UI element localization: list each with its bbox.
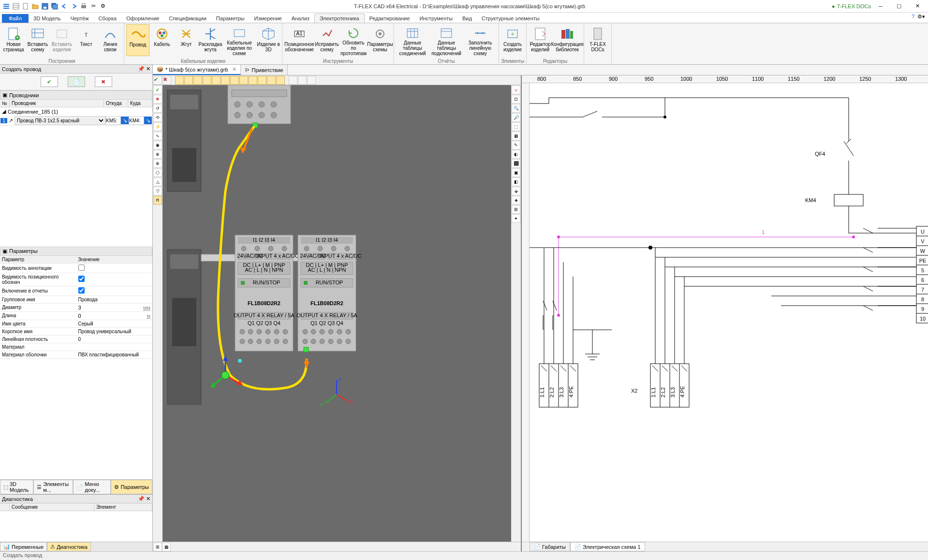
ribbon-tab[interactable]: Вид [457,14,477,23]
vt-btn[interactable] [221,76,230,85]
new-icon[interactable] [21,2,30,11]
ribbon-tab[interactable]: Оформление [121,14,164,23]
param-value[interactable] [76,343,153,351]
vt-btn[interactable] [276,76,285,85]
vt-btn[interactable] [239,76,248,85]
conn-table-button[interactable]: Данные таблицы соединений [396,24,429,56]
tab-variables[interactable]: 📊Переменные [0,542,47,551]
open-icon[interactable] [31,2,40,11]
close-icon[interactable]: ✕ [232,66,236,73]
app-menu-icon[interactable] [2,2,11,11]
collapse-icon[interactable]: ▣ [2,92,7,98]
close-icon[interactable]: ✕ [146,66,150,72]
vt-btn[interactable] [258,76,266,85]
pin-icon[interactable]: 📌 [138,66,145,72]
print-icon[interactable] [79,2,88,11]
wire-type-select[interactable]: Провод ПВ-3 1х2.5 красный [15,116,105,125]
insert-product-button[interactable]: Вставить изделие [50,24,74,56]
schematic-canvas[interactable]: QF4 KM4 1 [530,83,928,542]
gear-icon[interactable]: ⚙▾ [917,14,925,20]
new-page-button[interactable]: +Новая страница [2,24,25,56]
vt-btn[interactable] [289,76,297,85]
vt-cancel-icon[interactable]: ✖ [162,76,171,85]
list-icon[interactable] [12,2,20,11]
ribbon-tab[interactable]: Структурные элементы [477,14,545,23]
view-mode-icon[interactable]: ⊞ [153,543,162,551]
product-3d-button[interactable]: Изделие в 3D [257,24,280,56]
harness-layout-button[interactable]: Раскладка жгута [199,24,222,56]
param-checkbox[interactable] [78,276,85,282]
view-3d[interactable]: ✔ ✖ ✔ ✖ ↺ ⟲ ⚡ ∿ ◉ [153,75,521,551]
vt-btn[interactable] [298,76,307,85]
doc-tab-active[interactable]: 📦* Шкаф 5(со жгутами).grb✕ [153,65,241,75]
harness-button[interactable]: Жгут [175,24,198,56]
save-icon[interactable] [41,2,49,11]
maximize-button[interactable]: ▢ [890,0,908,12]
vt-btn[interactable] [249,76,257,85]
ribbon-tab[interactable]: Спецификации [164,14,211,23]
param-value[interactable]: Серый [76,320,153,327]
update-proto-button[interactable]: Обновить по прототипам [339,24,368,56]
from-pick-icon[interactable]: ↘ [121,117,129,124]
save-all-icon[interactable] [50,2,59,11]
cut-icon[interactable]: ✂ [89,2,98,11]
settings-icon[interactable]: ⚙ [99,2,107,11]
doc-tab[interactable]: 🏳Приветствие [241,65,288,75]
tab-diagnostics[interactable]: ⚠Диагностика [47,542,91,551]
view-tab-active[interactable]: 📄Электрическая схема 1 [570,542,645,551]
ribbon-tab-active[interactable]: Электротехника [314,14,365,23]
docs-badge[interactable]: ● T-FLEX DOCs [832,3,871,9]
vt-ok-icon[interactable]: ✔ [153,76,162,85]
cable-button[interactable]: Кабель [150,24,174,56]
from-input[interactable] [105,116,121,125]
undo-icon[interactable] [60,2,69,11]
ribbon-tab[interactable]: 3D Модель [29,14,66,23]
ribbon-tab[interactable]: Измерение [250,14,287,23]
pin-icon[interactable]: 📌 [138,496,145,501]
vt-btn[interactable] [212,76,221,85]
to-input[interactable] [129,116,144,125]
conductors-section-header[interactable]: ▣ Проводники [0,90,152,100]
param-value[interactable]: Провод универсальный [76,327,153,335]
hookup-table-button[interactable]: Данные таблицы подключений [430,24,463,56]
fill-linear-button[interactable]: Заполнить линейную схему [464,24,497,56]
minimize-button[interactable]: ─ [872,0,889,12]
close-button[interactable]: ✕ [909,0,926,12]
vt-btn[interactable] [267,76,276,85]
view-schematic[interactable]: 800 850 900 950 1000 1050 1100 1150 1200… [521,75,928,551]
lib-config-button[interactable]: Конфигурация библиотек [553,24,582,56]
scheme-params-button[interactable]: Параметры схемы [368,24,392,56]
param-value[interactable]: Провода [76,295,153,303]
insert-scheme-button[interactable]: Вставить схему [26,24,49,56]
ribbon-tab[interactable]: Сборка [94,14,122,23]
connection-row[interactable]: ◢ Соединение_185 (1) [0,107,152,116]
vt-btn[interactable] [184,76,193,85]
expand-icon[interactable]: ◢ [2,108,6,115]
create-product-button[interactable]: +Создать изделие [501,24,524,56]
view-3d-canvas[interactable]: ✔ ✖ ↺ ⟲ ⚡ ∿ ◉ ⊕ ⊗ ⬡ △ ▽ R [153,85,521,542]
apply-button[interactable]: 📄 [68,76,85,87]
view-mode-icon[interactable]: ▦ [162,543,171,551]
close-icon[interactable]: ✕ [146,496,150,501]
vt-btn[interactable] [307,76,316,85]
vt-btn[interactable] [230,76,239,85]
param-value[interactable]: 0 [76,335,153,343]
ribbon-tab[interactable]: Редактирование [365,14,415,23]
tab-doc-menu[interactable]: 📄Меню доку... [73,480,111,494]
tab-params[interactable]: ⚙Параметры [111,480,152,494]
file-tab[interactable]: Файл [2,14,29,23]
param-checkbox[interactable] [78,265,85,271]
ribbon-tab[interactable]: Анализ [287,14,314,23]
params-section-header[interactable]: ▣ Параметры [0,247,152,256]
help-icon[interactable]: ? [912,14,914,20]
vt-btn[interactable] [175,76,184,85]
cancel-button[interactable]: ✖ [95,76,112,87]
param-checkbox[interactable] [78,287,85,294]
tab-elements[interactable]: ☰Элементы м... [33,480,73,494]
product-editor-button[interactable]: Редактор изделий [529,24,552,56]
vt-btn[interactable] [203,76,211,85]
to-pick-icon[interactable]: ↘ [144,117,152,124]
tab-3d-model[interactable]: ⬚3D Модель [0,480,33,494]
redo-icon[interactable] [70,2,78,11]
fix-scheme-button[interactable]: Исправить схему [315,24,339,56]
